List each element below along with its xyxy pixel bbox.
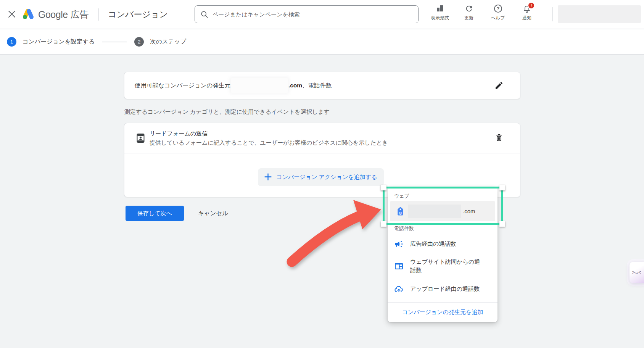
google-ads-conversion-page: Google 広告 コンバージョン 表示形式 xyxy=(0,0,644,348)
dropdown-domain-suffix: .com xyxy=(463,208,475,214)
help-button[interactable]: ? ヘルプ xyxy=(486,3,510,26)
conversion-action-description: 提供しているフォームに記入することで、ユーザーがお客様のビジネスに関心を示したと… xyxy=(150,139,388,147)
brand-logo-group: Google 広告 xyxy=(21,0,89,29)
category-instruction-text: 測定するコンバージョン カテゴリと、測定に使用できるイベントを選択します xyxy=(124,108,330,116)
megaphone-icon xyxy=(394,239,404,249)
step-2-label: 次のステップ xyxy=(150,38,186,46)
search-input[interactable] xyxy=(213,11,413,18)
conversion-action-title: リードフォームの送信 xyxy=(150,130,388,137)
conversion-action-row[interactable]: リードフォームの送信 提供しているフォームに記入することで、ユーザーがお客様のビ… xyxy=(124,123,520,153)
header-divider xyxy=(98,8,99,21)
dropdown-item-calls-from-ads[interactable]: 広告経由の通話数 xyxy=(394,235,482,252)
dropdown-item-label: ウェブサイト訪問からの通話数 xyxy=(410,258,482,274)
pencil-icon xyxy=(494,81,504,90)
widget-face-glyph: >ᴗ< xyxy=(632,270,641,275)
red-arrow-annotation xyxy=(267,191,397,279)
source-domain-suffix: .com xyxy=(288,82,302,89)
google-ads-logo-icon xyxy=(21,8,35,21)
plus-icon xyxy=(264,173,272,182)
selection-handle[interactable] xyxy=(499,221,505,227)
close-icon xyxy=(8,10,16,18)
dropdown-web-domain-item[interactable]: g .com xyxy=(390,201,495,221)
redacted-domain xyxy=(231,78,288,93)
header-divider xyxy=(552,7,553,21)
notifications-button[interactable]: ! 通知 xyxy=(515,3,539,26)
step-connector xyxy=(102,42,127,42)
step-1-label: コンバージョンを設定する xyxy=(23,38,95,46)
lead-form-icon xyxy=(136,133,146,143)
dropdown-item-label: 広告経由の通話数 xyxy=(410,240,482,248)
help-icon: ? xyxy=(494,3,502,13)
step-1-circle: 1 xyxy=(7,37,16,47)
svg-text:?: ? xyxy=(496,6,499,11)
conversion-action-texts: リードフォームの送信 提供しているフォームに記入することで、ユーザーがお客様のビ… xyxy=(150,130,388,147)
conversion-source-card: 使用可能なコンバージョンの発生元 .com 、電話件数 xyxy=(124,72,520,99)
add-conversion-source-link[interactable]: コンバージョンの発生元を追加 xyxy=(388,303,497,322)
setup-stepper: 1 コンバージョンを設定する 2 次のステップ xyxy=(0,29,644,55)
step-2-circle: 2 xyxy=(134,37,144,47)
add-conversion-action-button[interactable]: コンバージョン アクションを追加する xyxy=(258,168,384,186)
search-box[interactable] xyxy=(195,5,419,23)
search-icon xyxy=(200,10,209,19)
refresh-label: 更新 xyxy=(464,15,473,21)
dropdown-phone-section-label: 電話件数 xyxy=(394,225,414,232)
edit-source-button[interactable] xyxy=(494,81,504,91)
page-title: コンバージョン xyxy=(108,0,168,29)
refresh-icon xyxy=(465,3,473,13)
close-button[interactable] xyxy=(6,9,18,20)
svg-text:g: g xyxy=(399,210,402,215)
source-text-prefix: 使用可能なコンバージョンの発生元 xyxy=(135,82,230,90)
display-format-button[interactable]: 表示形式 xyxy=(428,3,452,26)
cancel-button[interactable]: キャンセル xyxy=(193,206,233,221)
delete-action-button[interactable] xyxy=(494,133,504,143)
dropdown-item-calls-from-upload[interactable]: アップロード経由の通話数 xyxy=(394,280,482,297)
website-icon xyxy=(394,261,404,271)
notification-badge: ! xyxy=(528,2,535,9)
selection-handle[interactable] xyxy=(381,221,386,227)
conversion-source-dropdown: ウェブ g .com 電話件数 広告経由の通話数 ウェブサイト訪問からの通話数 xyxy=(388,187,497,322)
display-format-label: 表示形式 xyxy=(431,15,449,21)
add-conversion-action-label: コンバージョン アクションを追加する xyxy=(276,174,377,181)
app-header: Google 広告 コンバージョン 表示形式 xyxy=(0,0,644,29)
dropdown-item-label: アップロード経由の通話数 xyxy=(410,285,482,293)
cloud-upload-icon xyxy=(394,284,404,294)
brand-google-wordmark: Google xyxy=(38,9,68,20)
chart-columns-icon xyxy=(435,3,444,13)
save-and-next-button[interactable]: 保存して次へ xyxy=(126,206,184,221)
help-label: ヘルプ xyxy=(491,15,505,21)
conversion-actions-card: リードフォームの送信 提供しているフォームに記入することで、ユーザーがお客様のビ… xyxy=(124,123,520,197)
trash-icon xyxy=(494,133,504,142)
source-text-suffix: 、電話件数 xyxy=(302,82,332,90)
google-tag-icon: g xyxy=(396,206,405,216)
dropdown-item-calls-from-website[interactable]: ウェブサイト訪問からの通話数 xyxy=(394,255,482,277)
brand-product-label: 広告 xyxy=(71,8,89,21)
refresh-button[interactable]: 更新 xyxy=(457,3,481,26)
notifications-label: 通知 xyxy=(522,15,531,21)
dropdown-web-section-label: ウェブ xyxy=(394,193,409,200)
account-info-redacted[interactable] xyxy=(558,5,641,23)
redacted-domain xyxy=(408,205,461,218)
browser-extension-widget[interactable]: >ᴗ< xyxy=(630,262,644,283)
header-actions: 表示形式 更新 ? ヘルプ xyxy=(428,3,539,26)
card-divider xyxy=(124,153,520,153)
